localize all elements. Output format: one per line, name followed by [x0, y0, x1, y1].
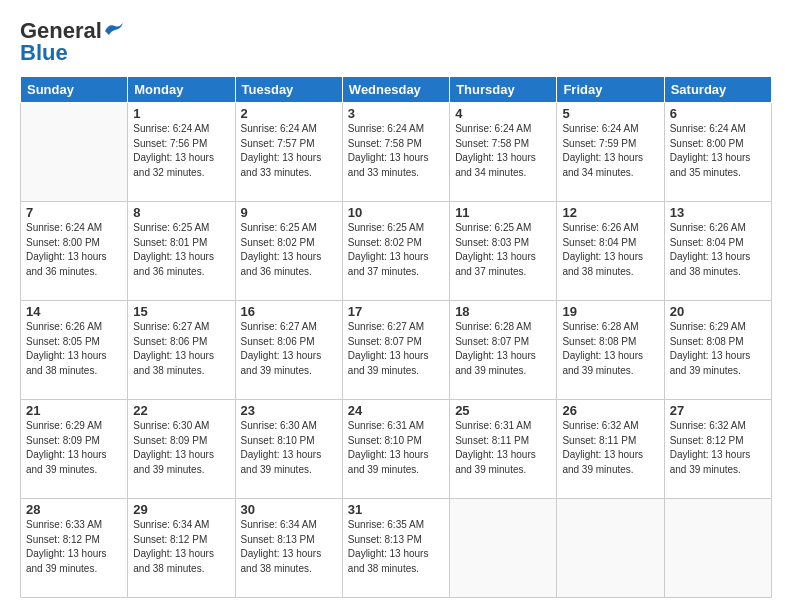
calendar-cell: 23Sunrise: 6:30 AM Sunset: 8:10 PM Dayli… [235, 400, 342, 499]
calendar-cell: 12Sunrise: 6:26 AM Sunset: 8:04 PM Dayli… [557, 202, 664, 301]
day-number: 29 [133, 502, 229, 517]
day-info: Sunrise: 6:25 AM Sunset: 8:02 PM Dayligh… [241, 221, 337, 279]
day-info: Sunrise: 6:25 AM Sunset: 8:03 PM Dayligh… [455, 221, 551, 279]
day-number: 1 [133, 106, 229, 121]
weekday-header-cell: Friday [557, 77, 664, 103]
logo: General Blue [20, 18, 125, 66]
calendar-cell: 20Sunrise: 6:29 AM Sunset: 8:08 PM Dayli… [664, 301, 771, 400]
day-info: Sunrise: 6:24 AM Sunset: 7:57 PM Dayligh… [241, 122, 337, 180]
day-number: 7 [26, 205, 122, 220]
day-number: 13 [670, 205, 766, 220]
calendar-cell: 14Sunrise: 6:26 AM Sunset: 8:05 PM Dayli… [21, 301, 128, 400]
day-info: Sunrise: 6:34 AM Sunset: 8:13 PM Dayligh… [241, 518, 337, 576]
day-number: 5 [562, 106, 658, 121]
calendar-body: 1Sunrise: 6:24 AM Sunset: 7:56 PM Daylig… [21, 103, 772, 598]
calendar-week-row: 28Sunrise: 6:33 AM Sunset: 8:12 PM Dayli… [21, 499, 772, 598]
day-info: Sunrise: 6:26 AM Sunset: 8:05 PM Dayligh… [26, 320, 122, 378]
calendar-cell: 5Sunrise: 6:24 AM Sunset: 7:59 PM Daylig… [557, 103, 664, 202]
day-info: Sunrise: 6:27 AM Sunset: 8:06 PM Dayligh… [241, 320, 337, 378]
weekday-header-cell: Thursday [450, 77, 557, 103]
day-number: 8 [133, 205, 229, 220]
day-number: 3 [348, 106, 444, 121]
calendar-week-row: 21Sunrise: 6:29 AM Sunset: 8:09 PM Dayli… [21, 400, 772, 499]
weekday-header-cell: Wednesday [342, 77, 449, 103]
weekday-header-cell: Sunday [21, 77, 128, 103]
calendar-cell: 22Sunrise: 6:30 AM Sunset: 8:09 PM Dayli… [128, 400, 235, 499]
weekday-header-cell: Saturday [664, 77, 771, 103]
calendar-cell: 19Sunrise: 6:28 AM Sunset: 8:08 PM Dayli… [557, 301, 664, 400]
day-info: Sunrise: 6:28 AM Sunset: 8:07 PM Dayligh… [455, 320, 551, 378]
calendar-cell: 1Sunrise: 6:24 AM Sunset: 7:56 PM Daylig… [128, 103, 235, 202]
day-number: 25 [455, 403, 551, 418]
day-number: 11 [455, 205, 551, 220]
calendar-cell: 16Sunrise: 6:27 AM Sunset: 8:06 PM Dayli… [235, 301, 342, 400]
calendar-cell: 10Sunrise: 6:25 AM Sunset: 8:02 PM Dayli… [342, 202, 449, 301]
day-info: Sunrise: 6:25 AM Sunset: 8:02 PM Dayligh… [348, 221, 444, 279]
day-number: 10 [348, 205, 444, 220]
day-number: 15 [133, 304, 229, 319]
calendar-cell: 31Sunrise: 6:35 AM Sunset: 8:13 PM Dayli… [342, 499, 449, 598]
calendar-cell [557, 499, 664, 598]
day-info: Sunrise: 6:24 AM Sunset: 8:00 PM Dayligh… [26, 221, 122, 279]
weekday-header-cell: Tuesday [235, 77, 342, 103]
calendar-cell: 11Sunrise: 6:25 AM Sunset: 8:03 PM Dayli… [450, 202, 557, 301]
day-info: Sunrise: 6:29 AM Sunset: 8:08 PM Dayligh… [670, 320, 766, 378]
calendar-cell: 6Sunrise: 6:24 AM Sunset: 8:00 PM Daylig… [664, 103, 771, 202]
weekday-header-cell: Monday [128, 77, 235, 103]
calendar-cell: 2Sunrise: 6:24 AM Sunset: 7:57 PM Daylig… [235, 103, 342, 202]
day-info: Sunrise: 6:30 AM Sunset: 8:09 PM Dayligh… [133, 419, 229, 477]
day-info: Sunrise: 6:30 AM Sunset: 8:10 PM Dayligh… [241, 419, 337, 477]
day-number: 21 [26, 403, 122, 418]
calendar-cell: 27Sunrise: 6:32 AM Sunset: 8:12 PM Dayli… [664, 400, 771, 499]
day-info: Sunrise: 6:24 AM Sunset: 7:58 PM Dayligh… [348, 122, 444, 180]
page: General Blue SundayMondayTuesdayWednesda… [0, 0, 792, 612]
calendar-cell: 24Sunrise: 6:31 AM Sunset: 8:10 PM Dayli… [342, 400, 449, 499]
day-info: Sunrise: 6:26 AM Sunset: 8:04 PM Dayligh… [562, 221, 658, 279]
day-number: 16 [241, 304, 337, 319]
day-number: 14 [26, 304, 122, 319]
day-info: Sunrise: 6:27 AM Sunset: 8:06 PM Dayligh… [133, 320, 229, 378]
day-number: 27 [670, 403, 766, 418]
day-info: Sunrise: 6:34 AM Sunset: 8:12 PM Dayligh… [133, 518, 229, 576]
calendar-cell [664, 499, 771, 598]
calendar-cell [450, 499, 557, 598]
day-info: Sunrise: 6:32 AM Sunset: 8:12 PM Dayligh… [670, 419, 766, 477]
calendar-week-row: 7Sunrise: 6:24 AM Sunset: 8:00 PM Daylig… [21, 202, 772, 301]
day-info: Sunrise: 6:29 AM Sunset: 8:09 PM Dayligh… [26, 419, 122, 477]
day-number: 2 [241, 106, 337, 121]
day-number: 28 [26, 502, 122, 517]
day-info: Sunrise: 6:24 AM Sunset: 7:56 PM Dayligh… [133, 122, 229, 180]
day-info: Sunrise: 6:35 AM Sunset: 8:13 PM Dayligh… [348, 518, 444, 576]
day-number: 4 [455, 106, 551, 121]
calendar-cell: 25Sunrise: 6:31 AM Sunset: 8:11 PM Dayli… [450, 400, 557, 499]
day-info: Sunrise: 6:28 AM Sunset: 8:08 PM Dayligh… [562, 320, 658, 378]
header: General Blue [20, 18, 772, 66]
day-number: 9 [241, 205, 337, 220]
calendar-table: SundayMondayTuesdayWednesdayThursdayFrid… [20, 76, 772, 598]
calendar-cell: 28Sunrise: 6:33 AM Sunset: 8:12 PM Dayli… [21, 499, 128, 598]
calendar-cell: 29Sunrise: 6:34 AM Sunset: 8:12 PM Dayli… [128, 499, 235, 598]
day-number: 12 [562, 205, 658, 220]
calendar-cell: 26Sunrise: 6:32 AM Sunset: 8:11 PM Dayli… [557, 400, 664, 499]
calendar-cell: 3Sunrise: 6:24 AM Sunset: 7:58 PM Daylig… [342, 103, 449, 202]
day-info: Sunrise: 6:24 AM Sunset: 7:59 PM Dayligh… [562, 122, 658, 180]
day-info: Sunrise: 6:24 AM Sunset: 7:58 PM Dayligh… [455, 122, 551, 180]
day-info: Sunrise: 6:26 AM Sunset: 8:04 PM Dayligh… [670, 221, 766, 279]
calendar-cell: 30Sunrise: 6:34 AM Sunset: 8:13 PM Dayli… [235, 499, 342, 598]
day-number: 6 [670, 106, 766, 121]
logo-bird-icon [103, 21, 125, 37]
day-number: 19 [562, 304, 658, 319]
day-info: Sunrise: 6:27 AM Sunset: 8:07 PM Dayligh… [348, 320, 444, 378]
calendar-cell: 4Sunrise: 6:24 AM Sunset: 7:58 PM Daylig… [450, 103, 557, 202]
calendar-week-row: 14Sunrise: 6:26 AM Sunset: 8:05 PM Dayli… [21, 301, 772, 400]
calendar-cell: 13Sunrise: 6:26 AM Sunset: 8:04 PM Dayli… [664, 202, 771, 301]
day-number: 24 [348, 403, 444, 418]
day-info: Sunrise: 6:24 AM Sunset: 8:00 PM Dayligh… [670, 122, 766, 180]
day-number: 22 [133, 403, 229, 418]
day-number: 30 [241, 502, 337, 517]
day-info: Sunrise: 6:31 AM Sunset: 8:10 PM Dayligh… [348, 419, 444, 477]
day-number: 20 [670, 304, 766, 319]
day-number: 17 [348, 304, 444, 319]
day-number: 23 [241, 403, 337, 418]
day-info: Sunrise: 6:32 AM Sunset: 8:11 PM Dayligh… [562, 419, 658, 477]
